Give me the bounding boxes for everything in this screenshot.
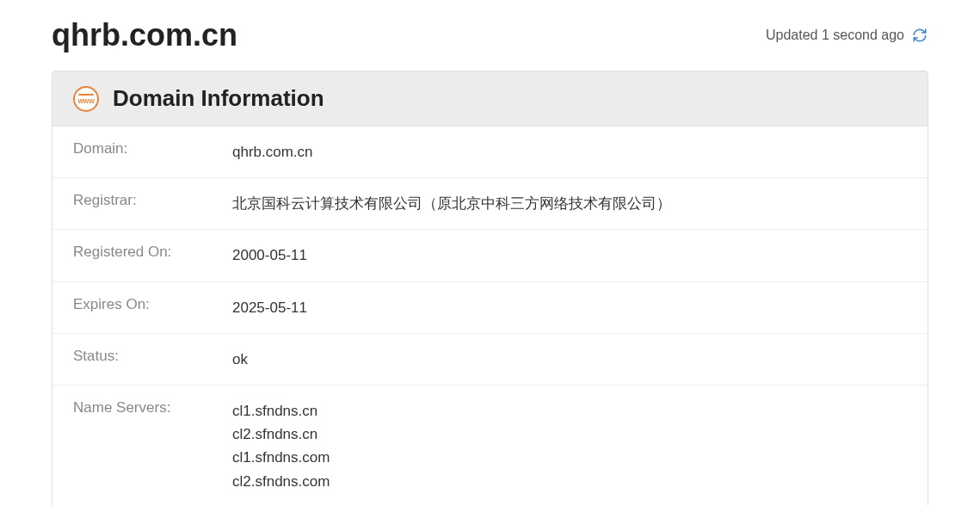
panel-title: Domain Information bbox=[113, 85, 324, 112]
panel-header: WWW Domain Information bbox=[52, 71, 928, 126]
domain-info-panel: WWW Domain Information Domain: qhrb.com.… bbox=[52, 71, 928, 506]
refresh-icon[interactable] bbox=[911, 27, 928, 44]
value-name-servers: cl1.sfndns.cn cl2.sfndns.cn cl1.sfndns.c… bbox=[232, 399, 330, 493]
value-registered-on: 2000-05-11 bbox=[232, 244, 307, 267]
row-registrar: Registrar: 北京国科云计算技术有限公司（原北京中科三方网络技术有限公司… bbox=[52, 178, 928, 230]
row-registered-on: Registered On: 2000-05-11 bbox=[52, 230, 928, 281]
label-registered-on: Registered On: bbox=[73, 244, 232, 267]
ns-entry: cl1.sfndns.cn bbox=[232, 399, 330, 423]
label-registrar: Registrar: bbox=[73, 192, 232, 215]
value-domain: qhrb.com.cn bbox=[232, 140, 313, 164]
row-expires-on: Expires On: 2025-05-11 bbox=[52, 282, 928, 334]
www-icon: WWW bbox=[73, 86, 99, 112]
label-name-servers: Name Servers: bbox=[73, 399, 232, 493]
value-status: ok bbox=[232, 348, 248, 371]
label-status: Status: bbox=[73, 348, 232, 371]
info-list: Domain: qhrb.com.cn Registrar: 北京国科云计算技术… bbox=[52, 126, 928, 506]
ns-entry: cl1.sfndns.com bbox=[232, 446, 330, 469]
label-expires-on: Expires On: bbox=[73, 296, 232, 319]
row-status: Status: ok bbox=[52, 334, 928, 386]
row-name-servers: Name Servers: cl1.sfndns.cn cl2.sfndns.c… bbox=[52, 386, 928, 506]
ns-entry: cl2.sfndns.com bbox=[232, 470, 330, 493]
row-domain: Domain: qhrb.com.cn bbox=[52, 126, 928, 178]
updated-text: Updated 1 second ago bbox=[766, 28, 904, 43]
value-registrar: 北京国科云计算技术有限公司（原北京中科三方网络技术有限公司） bbox=[232, 192, 671, 215]
updated-status: Updated 1 second ago bbox=[766, 27, 928, 44]
label-domain: Domain: bbox=[73, 140, 232, 164]
ns-entry: cl2.sfndns.cn bbox=[232, 423, 330, 446]
header-row: qhrb.com.cn Updated 1 second ago bbox=[52, 17, 928, 53]
value-expires-on: 2025-05-11 bbox=[232, 296, 307, 319]
page-title: qhrb.com.cn bbox=[52, 17, 237, 53]
